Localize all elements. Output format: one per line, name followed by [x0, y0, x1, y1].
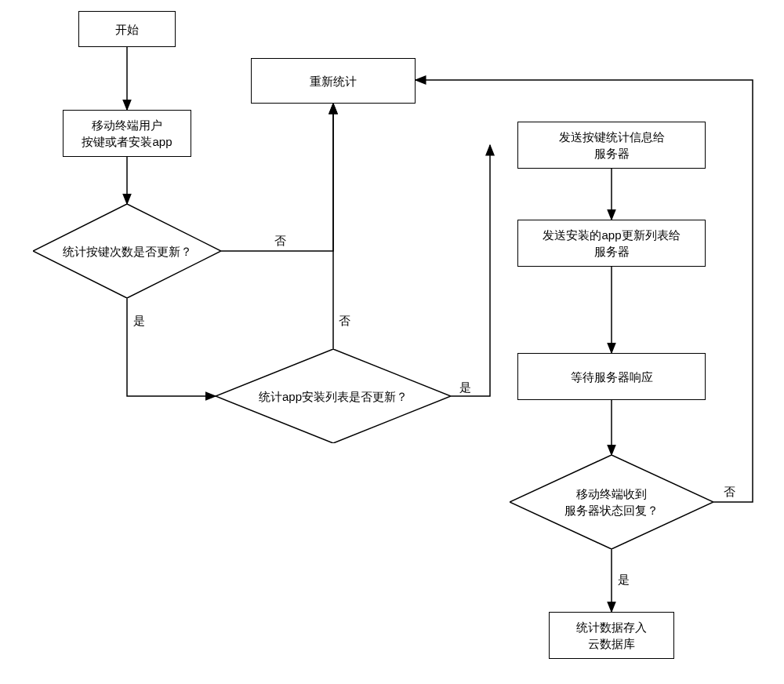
label-store-l2: 云数据库	[576, 635, 647, 652]
node-send-key: 发送按键统计信息给 服务器	[517, 122, 706, 169]
flowchart-canvas: 开始 移动终端用户 按键或者安装app 统计按键次数是否更新？ 重新统计 统计a…	[0, 0, 784, 684]
label-d3-l2: 服务器状态回复？	[564, 502, 659, 518]
node-wait: 等待服务器响应	[517, 353, 706, 400]
label-sendapp-l1: 发送安装的app更新列表给	[543, 227, 680, 243]
label-d3-l1: 移动终端收到	[564, 486, 659, 502]
node-start: 开始	[78, 11, 176, 47]
node-store: 统计数据存入 云数据库	[549, 612, 674, 659]
edge-label-d2-no: 否	[339, 314, 350, 329]
label-start: 开始	[115, 21, 139, 38]
edge-label-d3-yes: 是	[618, 573, 630, 588]
label-store-l1: 统计数据存入	[576, 619, 647, 635]
label-d2: 统计app安装列表是否更新？	[259, 388, 408, 405]
label-sendkey-l2: 服务器	[559, 145, 665, 162]
label-input-l1: 移动终端用户	[82, 117, 172, 133]
edge-label-d2-yes: 是	[459, 380, 471, 395]
label-input-l2: 按键或者安装app	[82, 133, 172, 150]
node-input: 移动终端用户 按键或者安装app	[63, 110, 191, 157]
edge-label-d1-yes: 是	[133, 314, 145, 329]
node-decision-applist: 统计app安装列表是否更新？	[216, 349, 451, 443]
label-restat: 重新统计	[310, 73, 357, 89]
node-decision-response: 移动终端收到 服务器状态回复？	[510, 455, 713, 549]
label-d1: 统计按键次数是否更新？	[63, 243, 192, 260]
label-sendapp-l2: 服务器	[543, 243, 680, 260]
edge-label-d1-no: 否	[274, 234, 286, 249]
node-decision-keycount: 统计按键次数是否更新？	[33, 204, 221, 298]
node-restat: 重新统计	[251, 58, 416, 104]
edge-label-d3-no: 否	[724, 485, 735, 500]
label-wait: 等待服务器响应	[571, 369, 653, 385]
node-send-app: 发送安装的app更新列表给 服务器	[517, 220, 706, 267]
label-sendkey-l1: 发送按键统计信息给	[559, 129, 665, 145]
